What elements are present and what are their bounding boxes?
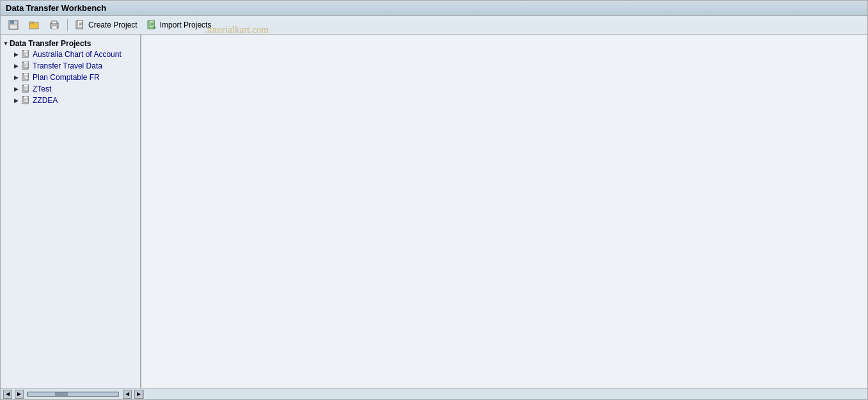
svg-marker-18	[154, 26, 156, 29]
tree-toggle-travel[interactable]: ▶	[12, 62, 20, 70]
doc-icon-plan	[21, 72, 31, 83]
tree-toggle-root[interactable]: ▼	[2, 40, 10, 47]
svg-rect-30	[24, 73, 28, 79]
tree-node-zzdea-label: ZZDEA	[33, 96, 58, 105]
doc-icon-zzdea	[21, 95, 31, 106]
tree-children-root: ▶ Austr	[1, 49, 140, 106]
tree-node-australia: ▶ Austr	[11, 49, 140, 60]
tree-root: ▼ Data Transfer Projects ▶	[1, 37, 140, 108]
open-icon	[28, 19, 40, 31]
toolbar: Create Project Import Projects .tutorial…	[1, 16, 867, 35]
svg-rect-6	[52, 21, 57, 24]
tree-node-travel-row[interactable]: ▶ Trans	[11, 60, 140, 72]
svg-rect-20	[24, 50, 28, 56]
right-panel	[141, 35, 867, 388]
tree-node-australia-label: Australia Chart of Account	[33, 50, 122, 59]
create-icon	[75, 19, 86, 31]
tree-toggle-australia[interactable]: ▶	[12, 51, 20, 58]
content-area: ▼ Data Transfer Projects ▶	[1, 35, 867, 388]
doc-icon-ztest	[21, 84, 31, 94]
create-project-label: Create Project	[88, 20, 138, 29]
tree-toggle-ztest[interactable]: ▶	[12, 85, 20, 93]
tree-node-ztest-row[interactable]: ▶ ZTest	[11, 83, 140, 95]
print-icon	[49, 19, 60, 31]
svg-rect-40	[24, 96, 28, 102]
import-icon	[146, 19, 158, 31]
title-bar: Data Transfer Workbench	[1, 1, 867, 16]
scroll-left-button[interactable]: ◀	[3, 390, 12, 399]
main-window: Data Transfer Workbench	[0, 0, 868, 400]
tree-node-root: ▼ Data Transfer Projects ▶	[1, 38, 140, 106]
tree-node-plan-row[interactable]: ▶ Plan	[11, 72, 140, 83]
tree-toggle-plan[interactable]: ▶	[12, 74, 20, 81]
print-button[interactable]	[45, 18, 63, 32]
bottom-left: ◀ ▶ ◀ ▶	[3, 390, 144, 399]
import-projects-label: Import Projects	[160, 20, 212, 29]
tree-node-root-label: Data Transfer Projects	[10, 39, 91, 48]
left-panel: ▼ Data Transfer Projects ▶	[1, 35, 141, 388]
tree-node-root-row[interactable]: ▼ Data Transfer Projects	[1, 38, 140, 49]
tree-node-travel-label: Transfer Travel Data	[33, 61, 102, 70]
bottom-bar: ◀ ▶ ◀ ▶	[1, 388, 867, 399]
tree-toggle-zzdea[interactable]: ▶	[12, 97, 20, 104]
horizontal-scrollbar[interactable]	[28, 392, 119, 397]
tree-node-ztest-label: ZTest	[33, 84, 51, 93]
create-project-button[interactable]: Create Project	[72, 18, 141, 32]
window-title: Data Transfer Workbench	[6, 3, 106, 13]
save-button[interactable]	[4, 18, 22, 32]
tree-node-australia-row[interactable]: ▶ Austr	[11, 49, 140, 60]
tree-node-zzdea: ▶ ZZDEA	[11, 95, 140, 106]
save-icon	[8, 19, 19, 31]
scroll-prev-button[interactable]: ◀	[123, 390, 132, 399]
tree-node-plan-label: Plan Comptable FR	[33, 73, 100, 82]
tree-node-plan: ▶ Plan	[11, 72, 140, 83]
doc-icon-australia	[21, 49, 31, 60]
scroll-next-button[interactable]: ▶	[134, 390, 143, 399]
tree-node-zzdea-row[interactable]: ▶ ZZDEA	[11, 95, 140, 106]
scroll-thumb	[55, 392, 68, 396]
svg-rect-25	[24, 61, 28, 68]
open-button[interactable]	[25, 18, 43, 32]
scroll-right-button[interactable]: ▶	[15, 390, 24, 399]
tree-node-travel: ▶ Trans	[11, 60, 140, 72]
svg-rect-1	[10, 20, 14, 24]
import-projects-button[interactable]: Import Projects	[143, 18, 215, 32]
tree-node-ztest: ▶ ZTest	[11, 83, 140, 95]
svg-rect-4	[29, 22, 33, 24]
svg-rect-2	[10, 25, 17, 29]
toolbar-separator-1	[67, 19, 68, 31]
svg-rect-35	[24, 84, 28, 91]
doc-icon-travel	[21, 61, 31, 71]
svg-rect-7	[52, 26, 57, 29]
